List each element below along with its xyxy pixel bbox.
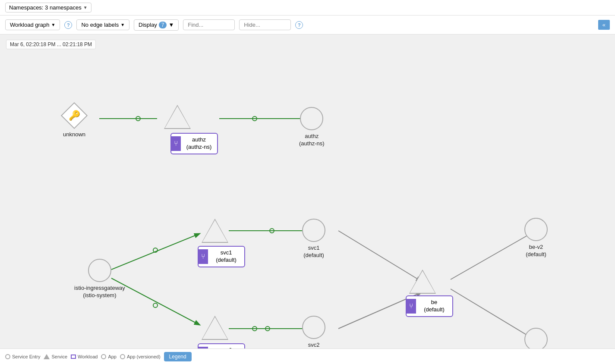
legend-triangle-icon xyxy=(44,354,50,359)
svg-point-11 xyxy=(252,326,257,331)
bev2-label: be-v2(default) xyxy=(526,244,546,258)
bev2-circle-node[interactable]: be-v2(default) xyxy=(524,218,548,258)
svg-point-5 xyxy=(153,248,158,252)
svc2-triangle-shape xyxy=(202,316,228,340)
legend-bar: Service Entry Service Workload App App (… xyxy=(0,348,615,364)
namespace-label: Namespaces: 3 namespaces xyxy=(9,4,82,11)
authz-service-icon: ⑂ xyxy=(171,136,181,151)
legend-app: App xyxy=(101,354,117,359)
svc1-circle-label: svc1(default) xyxy=(303,245,324,259)
ingress-circle-node[interactable]: istio-ingressgateway(istio-system) xyxy=(74,259,125,299)
legend-square-icon xyxy=(71,355,76,359)
legend-service-label: Service xyxy=(51,354,67,359)
hide-input[interactable] xyxy=(239,19,291,30)
no-edge-labels-label: No edge labels xyxy=(81,22,119,28)
svg-point-3 xyxy=(252,116,257,121)
unknown-diamond-shape: 🔑 xyxy=(61,103,87,129)
display-button[interactable]: Display 7 ▼ xyxy=(134,19,179,31)
display-arrow-icon: ▼ xyxy=(168,22,174,28)
svc1-triangle-shape xyxy=(202,219,228,243)
legend-app-circle-icon xyxy=(101,354,106,359)
legend-service-entry: Service Entry xyxy=(5,354,40,359)
authz-circle-label: authz(authz-ns) xyxy=(299,133,325,147)
svc2-circle-shape xyxy=(302,316,325,339)
be-service-label: be(default) xyxy=(416,296,452,316)
authz-circle-shape xyxy=(300,107,323,130)
no-edge-labels-button[interactable]: No edge labels ▼ xyxy=(76,19,129,30)
graph-area: Mar 6, 02:20:18 PM ... 02:21:18 PM xyxy=(0,35,615,364)
svg-point-12 xyxy=(265,326,270,331)
svg-point-1 xyxy=(136,116,140,121)
bev2-circle-shape xyxy=(524,218,548,241)
be-service-node[interactable]: ⑂ be(default) xyxy=(406,295,453,317)
toolbar: Workload graph ▼ ? No edge labels ▼ Disp… xyxy=(0,16,615,35)
collapse-panel-button[interactable]: « xyxy=(598,20,610,30)
authz-triangle-node[interactable] xyxy=(164,105,191,129)
collapse-icon: « xyxy=(602,22,606,28)
workload-graph-button[interactable]: Workload graph ▼ xyxy=(5,19,60,30)
svc2-triangle-node[interactable] xyxy=(202,316,228,340)
authz-service-box: ⑂ authz(authz-ns) xyxy=(170,133,218,154)
legend-button[interactable]: Legend xyxy=(164,352,192,361)
authz-triangle-shape xyxy=(164,105,191,129)
svc1-service-node[interactable]: ⑂ svc1(default) xyxy=(198,246,245,267)
svg-point-7 xyxy=(270,229,274,233)
svc1-service-label: svc1(default) xyxy=(208,247,244,267)
no-edge-labels-arrow-icon: ▼ xyxy=(120,22,125,27)
svc1-circle-shape xyxy=(302,219,325,242)
legend-circle-icon xyxy=(5,354,10,359)
legend-app-versioned-icon xyxy=(120,354,125,359)
display-badge: 7 xyxy=(159,22,167,28)
svc1-service-icon: ⑂ xyxy=(199,249,208,264)
workload-graph-label: Workload graph xyxy=(10,22,50,28)
namespace-bar: Namespaces: 3 namespaces ▼ xyxy=(0,0,615,16)
legend-workload: Workload xyxy=(71,354,98,359)
ingress-circle-shape xyxy=(88,259,111,282)
namespace-arrow-icon: ▼ xyxy=(83,5,88,10)
ingress-label: istio-ingressgateway(istio-system) xyxy=(74,285,125,299)
namespace-select[interactable]: Namespaces: 3 namespaces ▼ xyxy=(5,3,91,13)
be-triangle-node[interactable] xyxy=(409,270,436,294)
display-label: Display xyxy=(139,22,157,28)
legend-workload-label: Workload xyxy=(78,354,98,359)
workload-graph-help-icon[interactable]: ? xyxy=(64,21,72,29)
workload-graph-arrow-icon: ▼ xyxy=(51,22,56,27)
unknown-label: unknown xyxy=(63,131,85,138)
svg-line-15 xyxy=(451,232,533,279)
bev1-circle-shape xyxy=(524,328,548,351)
be-service-box: ⑂ be(default) xyxy=(406,295,453,317)
timestamp-label: Mar 6, 02:20:18 PM ... 02:21:18 PM xyxy=(6,40,96,49)
svg-line-16 xyxy=(451,289,533,339)
legend-app-label: App xyxy=(108,354,117,359)
svc1-service-box: ⑂ svc1(default) xyxy=(198,246,245,267)
graph-edges-svg xyxy=(0,35,615,364)
unknown-node[interactable]: 🔑 unknown xyxy=(61,103,87,138)
legend-service-entry-label: Service Entry xyxy=(12,354,40,359)
be-service-icon: ⑂ xyxy=(407,299,416,314)
hide-help-icon[interactable]: ? xyxy=(295,21,303,29)
find-input[interactable] xyxy=(183,19,235,30)
authz-circle-node[interactable]: authz(authz-ns) xyxy=(299,107,325,147)
svc1-circle-node[interactable]: svc1(default) xyxy=(302,219,325,259)
authz-service-node[interactable]: ⑂ authz(authz-ns) xyxy=(170,133,218,154)
svc1-triangle-node[interactable] xyxy=(202,219,228,243)
legend-app-versioned: App (versioned) xyxy=(120,354,161,359)
authz-service-label: authz(authz-ns) xyxy=(181,134,217,154)
svg-point-9 xyxy=(153,303,158,308)
legend-app-versioned-label: App (versioned) xyxy=(127,354,161,359)
be-triangle-shape xyxy=(409,270,436,294)
legend-service: Service xyxy=(44,354,67,359)
